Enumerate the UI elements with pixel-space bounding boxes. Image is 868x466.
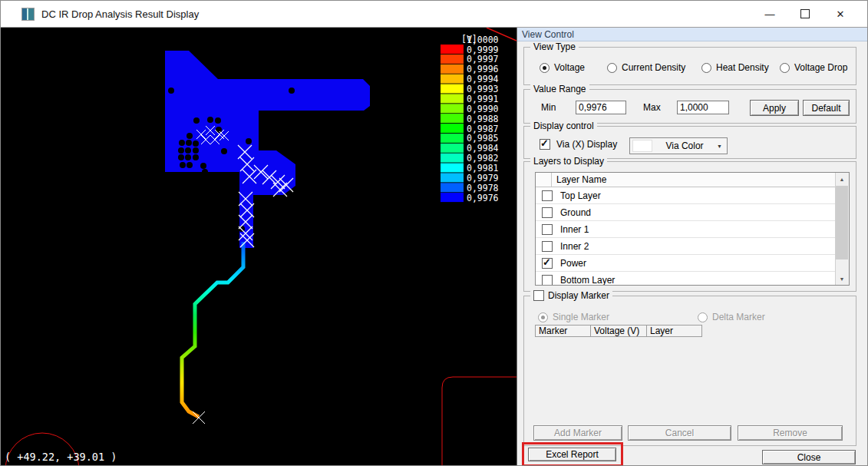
layer-column-header: Layer [646,325,702,337]
layer-checkbox[interactable] [542,224,553,235]
layer-name: Bottom Layer [560,275,615,286]
layers-group: Layers to Display Layer Name Top LayerGr… [523,161,856,292]
drill-hole [186,133,193,139]
display-control-label: Display control [530,121,597,131]
drill-hole [193,117,200,124]
radio-delta-marker[interactable]: Delta Marker [698,312,765,322]
drill-hole [185,154,191,160]
radio-voltage-drop-icon [780,63,790,73]
radio-single-marker[interactable]: Single Marker [538,312,609,322]
layers-group-label: Layers to Display [530,156,607,167]
via-color-dropdown[interactable]: Via Color ▼ [629,137,728,154]
legend-value: 0,9976 [467,193,499,203]
scroll-down-icon[interactable]: ▼ [836,273,848,285]
drill-hole [178,154,184,160]
drill-hole [193,147,199,154]
layer-row[interactable]: Bottom Layer [536,272,836,286]
legend-swatch [441,84,464,94]
legend-swatch [441,94,464,103]
max-value-input[interactable] [677,101,729,114]
radio-voltage[interactable]: Voltage [540,62,585,73]
via-display-label: Via (X) Display [556,139,617,150]
layer-row[interactable]: Inner 1 [536,221,836,238]
display-marker-label: Display Marker [548,290,609,301]
close-window-button[interactable]: ✕ [823,2,858,25]
layer-name: Top Layer [560,190,601,201]
layer-checkbox[interactable] [542,190,553,201]
delta-marker-label: Delta Marker [712,312,765,322]
layer-name: Ground [560,207,591,218]
layer-row[interactable]: Top Layer [536,187,836,204]
drill-hole [207,117,213,123]
legend-swatch [441,183,464,192]
remove-button[interactable]: Remove [738,425,843,441]
layer-row[interactable]: Inner 2 [536,238,836,255]
value-range-group: Value Range Min Max Apply Default [523,89,856,124]
legend-swatch [441,64,464,74]
drill-hole [221,148,227,154]
layers-header-spacer [536,173,552,187]
layer-row[interactable]: Power [536,255,836,272]
via-color-swatch [632,140,652,152]
layer-checkbox[interactable] [542,207,553,218]
voltage-trace [182,242,243,417]
apply-button[interactable]: Apply [750,100,799,116]
result-canvas[interactable]: 1,0000 [V] 0,99990,99970,99960,99940,999… [1,28,517,465]
radio-voltage-drop[interactable]: Voltage Drop [780,62,847,73]
maximize-icon [800,9,810,18]
layer-name: Inner 2 [560,241,589,252]
legend-swatch [441,134,464,143]
board-outline-corner [442,377,517,465]
min-value-input[interactable] [576,101,626,114]
excel-report-button-label: Excel Report [546,449,599,460]
radio-voltage-icon [540,63,550,73]
radio-current-density[interactable]: Current Density [607,62,685,73]
layer-checkbox[interactable] [542,241,553,252]
legend-value: 0,9987 [467,124,499,134]
close-button-label: Close [797,452,821,463]
drill-hole [215,117,221,124]
color-scale-legend: 1,0000 [V] 0,99990,99970,99960,99940,999… [441,34,499,203]
minimize-button[interactable]: — [752,2,787,25]
radio-heat-density[interactable]: Heat Density [701,62,769,73]
drill-hole [178,147,184,154]
drill-hole [193,140,199,147]
legend-swatch [441,114,464,123]
apply-button-label: Apply [763,103,786,114]
layers-list-header: Layer Name [536,173,836,187]
legend-value: 0,9994 [467,74,499,84]
drill-hole [179,140,185,146]
marker-column-header: Marker [535,325,591,337]
scroll-up-icon[interactable]: ▲ [836,173,848,185]
close-button[interactable]: Close [762,450,856,464]
display-marker-checkbox[interactable] [533,290,544,301]
view-control-panel: View Control View Type Voltage Current D… [517,28,867,465]
min-label: Min [541,102,556,113]
single-marker-label: Single Marker [553,312,609,322]
maximize-button[interactable] [787,2,823,25]
legend-value: 0,9979 [467,173,499,183]
default-button[interactable]: Default [803,100,850,116]
scrollbar-thumb[interactable] [836,186,848,259]
layer-checkbox[interactable] [542,275,553,286]
display-control-group: Display control Via (X) Display Via Colo… [523,126,856,159]
excel-report-button[interactable]: Excel Report [528,448,616,461]
legend-swatch [441,104,464,113]
layer-name: Power [560,258,586,269]
legend-swatch [441,144,464,153]
layer-row[interactable]: Ground [536,204,836,221]
cursor-coordinates: ( +49.22, +39.01 ) [5,451,117,463]
add-marker-button[interactable]: Add Marker [533,425,622,441]
layers-scrollbar[interactable]: ▲ ▼ [835,173,849,285]
layer-checkbox[interactable] [542,258,553,269]
legend-value: 0,9997 [467,54,499,64]
window-title: DC IR Drop Analysis Result Display [41,8,199,20]
drill-hole [202,169,208,175]
drill-hole [193,154,199,160]
radio-heat-density-label: Heat Density [716,62,769,73]
layer-name: Inner 1 [560,224,589,235]
legend-value: 0,9993 [467,84,499,94]
legend-swatch [441,193,464,202]
cancel-button[interactable]: Cancel [628,425,731,441]
via-display-checkbox[interactable]: Via (X) Display [540,139,617,150]
